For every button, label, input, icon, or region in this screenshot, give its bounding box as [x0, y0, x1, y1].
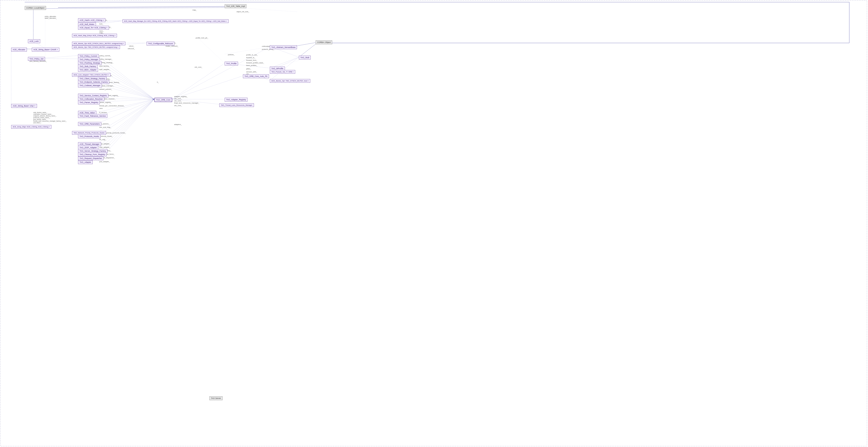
node-tao-codeset-manager[interactable]: TAO_Codeset_Manager: [78, 83, 102, 88]
label-profile-in-use: profile_in_use_: [246, 54, 258, 56]
label-thread-per-connection: thread_per_connection_timeout_: [99, 105, 124, 107]
label-ace-end-map: ace_end_map_: [99, 126, 111, 128]
node-ace-hash-map-entry[interactable]: ACE_Hash_Map_Entry< ACE_CString, ACE_CSt…: [72, 34, 117, 37]
svg-line-1: [33, 7, 233, 9]
node-tao-network-priority-protocols-hooks[interactable]: TAO_Network_Priority_Protocols_Hooks: [72, 131, 106, 135]
node-tao-fault-tolerance-service[interactable]: TAO_Fault_Tolerance_Service: [78, 114, 107, 118]
label-lock-: lock_: [99, 23, 103, 25]
node-tao-orb-parameters[interactable]: TAO_ORB_Parameters: [78, 122, 101, 126]
node-corba-localobject[interactable]: CORBA::LocalObject: [25, 6, 46, 10]
node-ace-lock[interactable]: ACE_Lock: [28, 39, 40, 43]
node-ace-lock-adapter-tao-synch-mutex[interactable]: ACE_Lock_Adapter< TAO_SYNCH_MUTEX >: [72, 73, 111, 77]
node-ace-atomic-op-tao-synch-mutex-bool[interactable]: ACE_Atomic_Op< TAO_SYNCH_MUTEX, bool >: [270, 79, 310, 83]
label-thread-lane-mgr-name: thread_lane_resources_manager_factory_na…: [33, 120, 67, 122]
label-ptiles: ptiles_: [246, 68, 251, 70]
label-collection-resolver-name: collocation_resolver_name_,: [33, 113, 53, 115]
node-tao-adapter-registry[interactable]: TAO_Adapter_Registry: [225, 98, 247, 102]
label-forward-profiles-base: forward_profiles_base_: [246, 62, 264, 64]
node-ace-atomic-op-null-mutex[interactable]: ACE_Atomic_Op< ACE_SYNCH_NULL_MUTEX, uns…: [72, 42, 125, 45]
node-tao-adapter[interactable]: TAO_Adapter: [78, 160, 93, 164]
node-tao-request-dispatcher[interactable]: TAO_Request_Dispatcher: [78, 157, 103, 160]
svg-line-54: [225, 47, 270, 54]
label-refcnt: refcnt_: [129, 45, 134, 47]
label-policy-manager: policy_manager_: [99, 58, 113, 60]
label-ft-service: ft_service_: [99, 111, 108, 113]
label-map: map_: [192, 9, 197, 11]
label-table-allocator: table_allocator_: [45, 17, 57, 19]
node-tao-parser-registry[interactable]: TAO_Parser_Registry: [78, 101, 100, 104]
label-refcnt2: refcount_: [128, 48, 135, 49]
label-map-: map_: [99, 32, 104, 34]
node-tao-orb-core[interactable]: TAO_ORB_Core: [154, 98, 172, 102]
svg-line-52: [198, 38, 225, 63]
label-default-policies: default_policies_: [99, 88, 112, 90]
node-tao-thread-lane-resources-manager[interactable]: TAO_Thread_Lane_Resources_Manager: [219, 103, 254, 107]
label-adapters: adapters_: [174, 124, 182, 126]
node-corba-object[interactable]: CORBA::Object: [316, 40, 332, 44]
node-tao-bidir-adapter[interactable]: TAO_BiDir_Adapter: [78, 68, 98, 72]
label-ziop-adapter: ziop_adapter_: [99, 146, 110, 148]
svg-line-37: [299, 42, 318, 57]
node-tao-policy-set[interactable]: TAO_Policy_Set: [28, 57, 45, 61]
label-and-others: and others...: [33, 122, 42, 124]
node-tao-configurable-refcount[interactable]: TAO_Configurable_Refcount: [147, 42, 174, 45]
label-stub-factory-name: stub_factory_name_,: [33, 112, 47, 113]
node-tao-protocols-hooks[interactable]: TAO_Protocols_Hooks: [78, 134, 101, 138]
label-forward-from: forward_from_: [246, 59, 257, 61]
node-ace-equal-to-cstring[interactable]: ACE_Equal_To< ACE_CString >: [78, 26, 109, 30]
label-protocols-hooks-name: protocols_hooks_name_,: [33, 117, 50, 118]
label-endpoint-selector-name: endpoint_selector_factory_name_,: [33, 115, 56, 117]
node-tao-orb-core-auto-ptr[interactable]: TAO_ORB_Core_Auto_Ptr: [243, 74, 269, 78]
label-profile-lock-ptr: profile_lock_ptr_: [196, 37, 208, 39]
diagram-container: CORBA::LocalObject TAO_IOR_Table_Impl CO…: [0, 0, 868, 447]
node-ace-array-map[interactable]: ACE_Array_Map< ACE_CString, ACE_CString …: [11, 125, 52, 129]
uml-connections: [0, 0, 868, 447]
node-ace-hash-cstring[interactable]: ACE_Hash< ACE_CString >: [78, 18, 105, 22]
label-thr-mgr: thr_mgr_: [99, 139, 106, 140]
node-ace-allocator[interactable]: ACE_Allocator: [11, 48, 27, 51]
node-tao-stub[interactable]: TAO_Stub: [299, 56, 311, 60]
label-orb-core2: orb_core_: [174, 100, 182, 102]
label-adapter-registry: adapter_registry_: [174, 96, 187, 98]
label-parser-registry: parser_registry_: [99, 101, 112, 103]
label-protocols-hooks: protocols_hooks_: [99, 135, 113, 137]
svg-rect-0: [0, 0, 867, 446]
label-orb-core3: orb_core_: [174, 105, 182, 107]
label-policies: policies_: [228, 54, 235, 56]
node-tao-abstract-servantbase[interactable]: TAO_Abstract_ServantBase: [270, 45, 297, 49]
label-orb-core: orb_core_: [174, 98, 182, 100]
label-servant-arith: servant_arith_: [246, 71, 257, 73]
node-ace-string-base-char[interactable]: ACE_String_Base< CHAR >: [32, 48, 59, 51]
svg-marker-59: [153, 99, 154, 100]
node-tao-ior-table-impl[interactable]: TAO_IOR_Table_Impl: [225, 4, 246, 8]
label-forward-to: forward_to_: [246, 57, 255, 59]
label-orb-core-profile: orb_core_: [194, 66, 202, 68]
label-object-init-lock: object_init_lock_: [237, 11, 249, 13]
label-zero: zero: [99, 107, 103, 109]
node-tao-pseudo-var-t-drb[interactable]: TAO_Pseudo_Var_T< DRB >: [270, 70, 295, 74]
label-base-profiles: base_profiles_: [246, 64, 257, 66]
label-poa-factory-name: poa_factory_name_,: [33, 118, 47, 120]
label-policy-current: policy_current_: [99, 55, 111, 57]
label-poa-adapter: poa_adapter_: [99, 161, 110, 163]
node-tao-server[interactable]: TAO Server: [210, 396, 222, 400]
label-bidir-adapter: bidir_adapter_: [99, 69, 110, 70]
label-stub-factory: stub_factory_: [99, 65, 110, 67]
label-ftmpl-lane: ftmpl_lane_resources_manager_: [174, 102, 199, 104]
svg-line-35: [172, 63, 225, 99]
label-h: h_: [157, 81, 159, 83]
node-ace-atomic-op-tao-mutex[interactable]: ACE_Atomic_Op< TAO_SYNCH_MUTEX, unsigned…: [72, 45, 120, 49]
node-tao-cleanup-func-registry[interactable]: TAO_Cleanup_Func_Registry: [78, 152, 106, 157]
node-ace-hash-map-manager-ex[interactable]: ACE_Hash_Map_Manager_Ex< ACE_CString, AC…: [123, 19, 228, 23]
node-ace-string-base-char-lower[interactable]: ACE_String_Base< char >: [11, 104, 37, 108]
label-diop-adapter: diop_adapter_: [99, 143, 110, 145]
node-tao-profile[interactable]: TAO_Profile: [225, 62, 238, 66]
